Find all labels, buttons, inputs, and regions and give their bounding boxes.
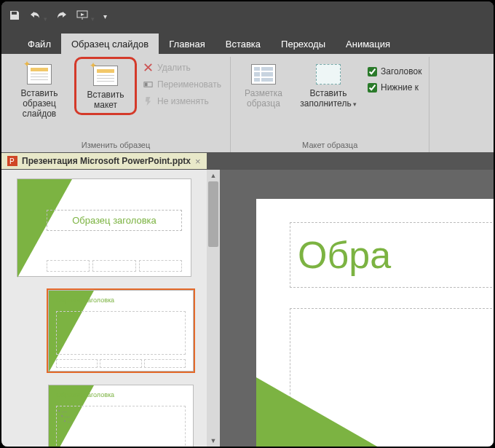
- layout-icon: ✦: [93, 66, 118, 86]
- tab-slide-master[interactable]: Образец слайдов: [61, 34, 159, 54]
- rename-icon: [143, 79, 154, 90]
- tab-transitions[interactable]: Переходы: [271, 34, 336, 54]
- scroll-down-icon[interactable]: ▼: [207, 435, 220, 447]
- tab-insert[interactable]: Вставка: [215, 34, 271, 54]
- title-checkbox[interactable]: [368, 67, 377, 76]
- editing-slide[interactable]: Обра: [256, 199, 494, 447]
- footers-checkbox[interactable]: [368, 83, 377, 93]
- redo-icon[interactable]: [56, 9, 68, 23]
- ribbon-tabs: Файл Образец слайдов Главная Вставка Пер…: [1, 31, 494, 54]
- layout-thumbnail-2[interactable]: Образец заголовка • .... • .... • ....: [48, 385, 194, 447]
- powerpoint-file-icon: P: [7, 156, 17, 166]
- scrollbar-thumb[interactable]: [208, 181, 218, 247]
- master-layout-label: Разметка образца: [245, 87, 282, 109]
- preserve-icon: [143, 95, 154, 106]
- title-bar: ▾ ▾ ▾: [1, 1, 494, 31]
- insert-placeholder-button[interactable]: Вставить заполнитель▾: [293, 58, 363, 111]
- master-layout-button: Разметка образца: [235, 58, 292, 111]
- placeholder-icon: [316, 64, 341, 85]
- chevron-down-icon: ▾: [353, 101, 357, 108]
- tab-file[interactable]: Файл: [17, 34, 61, 54]
- present-from-start-icon[interactable]: ▾: [76, 9, 95, 23]
- thumbnails-pane: Образец заголовка Образец заголовка Обра…: [1, 170, 220, 447]
- slide-master-icon: ✦: [27, 64, 52, 85]
- layout-title-text: Образец заголовка: [56, 296, 114, 304]
- master-slide-thumbnail[interactable]: Образец заголовка: [17, 178, 191, 277]
- insert-layout-button[interactable]: ✦ Вставить макет: [77, 60, 134, 112]
- rename-label: Переименовать: [157, 79, 221, 90]
- preserve-label: Не изменять: [157, 96, 209, 106]
- thumbnails-list[interactable]: Образец заголовка Образец заголовка Обра…: [1, 170, 207, 447]
- document-tab[interactable]: P Презентация Microsoft PowerPoint.pptx …: [1, 153, 207, 169]
- document-tab-bar: P Презентация Microsoft PowerPoint.pptx …: [1, 152, 494, 170]
- master-layout-icon: [251, 64, 276, 85]
- undo-icon[interactable]: ▾: [29, 9, 47, 23]
- layout-thumbnail-1[interactable]: Образец заголовка: [48, 290, 194, 372]
- delete-label: Удалить: [157, 63, 191, 73]
- group-edit-master: ✦ Вставить образец слайдов ✦ Вставить ма…: [1, 57, 231, 152]
- quick-access-toolbar: ▾ ▾ ▾: [9, 9, 107, 23]
- save-icon[interactable]: [9, 9, 20, 23]
- scroll-up-icon[interactable]: ▲: [207, 170, 220, 181]
- watermark: Public-PC.com: [403, 425, 483, 441]
- highlight-marker: ✦ Вставить макет: [74, 57, 137, 115]
- title-checkbox-label: Заголовок: [381, 66, 421, 76]
- preserve-button[interactable]: Не изменять: [138, 93, 226, 109]
- group-edit-master-label: Изменить образец: [6, 139, 226, 152]
- group-master-layout: Разметка образца Вставить заполнитель▾ З…: [231, 57, 429, 152]
- title-checkbox-row[interactable]: Заголовок: [365, 64, 424, 79]
- insert-layout-label: Вставить макет: [87, 89, 124, 111]
- svg-text:P: P: [9, 157, 15, 165]
- slide-title-placeholder[interactable]: Обра: [290, 222, 494, 288]
- tab-home[interactable]: Главная: [159, 34, 215, 54]
- svg-rect-2: [145, 83, 148, 87]
- tab-animations[interactable]: Анимация: [336, 34, 400, 54]
- delete-button[interactable]: Удалить: [138, 60, 226, 75]
- footers-checkbox-row[interactable]: Нижние к: [365, 80, 424, 95]
- layout-title-text: Образец заголовка: [56, 391, 114, 398]
- insert-slide-master-label: Вставить образец слайдов: [7, 87, 71, 119]
- workspace: Образец заголовка Образец заголовка Обра…: [1, 170, 494, 447]
- close-document-icon[interactable]: ×: [195, 156, 201, 167]
- ribbon: ✦ Вставить образец слайдов ✦ Вставить ма…: [1, 54, 494, 152]
- insert-slide-master-button[interactable]: ✦ Вставить образец слайдов: [6, 58, 73, 120]
- delete-icon: [143, 62, 154, 73]
- group-master-layout-label: Макет образца: [235, 139, 424, 152]
- document-filename: Презентация Microsoft PowerPoint.pptx: [22, 156, 191, 166]
- master-title-placeholder: Образец заголовка: [47, 210, 182, 231]
- slide-canvas[interactable]: Обра: [220, 170, 494, 447]
- insert-placeholder-label: Вставить заполнитель▾: [300, 87, 356, 109]
- rename-button[interactable]: Переименовать: [138, 76, 226, 92]
- qat-more-icon[interactable]: ▾: [103, 12, 107, 20]
- footers-checkbox-label: Нижние к: [381, 82, 419, 93]
- thumbnails-scrollbar[interactable]: ▲ ▼: [207, 170, 220, 447]
